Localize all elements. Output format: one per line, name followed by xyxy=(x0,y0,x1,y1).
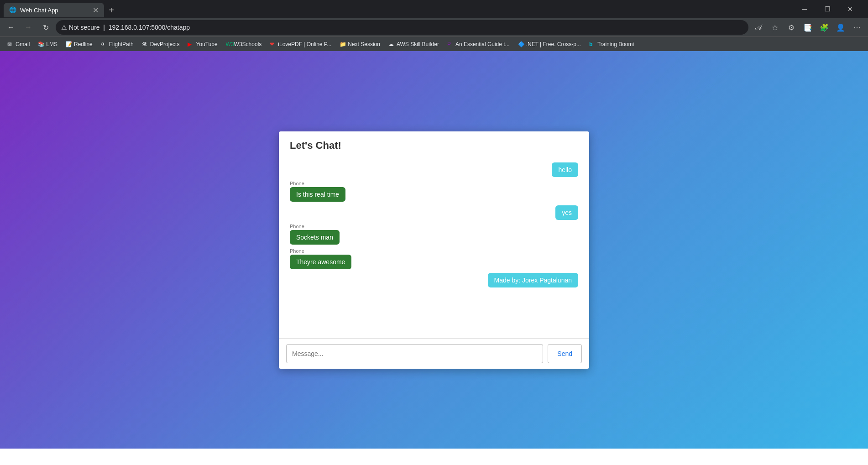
message-input[interactable] xyxy=(286,344,543,363)
message-bubble-theyreawesome: Theyre awesome xyxy=(290,255,351,269)
bookmark-lms[interactable]: 📚 LMS xyxy=(34,39,61,49)
bookmark-aws[interactable]: ☁ AWS Skill Builder xyxy=(385,39,443,49)
message-bubble-madeby: Made by: Jorex Pagtalunan xyxy=(488,273,578,287)
favorites-button[interactable]: ☆ xyxy=(768,20,782,35)
send-button[interactable]: Send xyxy=(548,344,582,363)
forward-button[interactable]: → xyxy=(21,20,36,35)
message-sender-socketsman: Phone xyxy=(290,224,304,229)
bookmark-essentialguide-label: An Essential Guide t... xyxy=(455,41,510,47)
chat-container: Let's Chat! hello Phone Is this real tim… xyxy=(279,131,589,369)
tab-favicon: 🌐 xyxy=(9,6,16,14)
bookmark-gmail[interactable]: ✉ Gmail xyxy=(4,39,33,49)
dotnet-icon: 🔷 xyxy=(518,41,524,47)
message-bubble-isthisrealtime: Is this real time xyxy=(290,187,345,202)
lms-icon: 📚 xyxy=(38,41,44,47)
refresh-button[interactable]: ↻ xyxy=(38,20,53,35)
settings-button[interactable]: ⚙ xyxy=(784,20,799,35)
message-row-isthisrealtime: Phone Is this real time xyxy=(290,181,578,202)
bookmark-redline[interactable]: 📝 Redline xyxy=(62,39,96,49)
bookmark-ilovepdf-label: iLovePDF | Online P... xyxy=(278,41,331,47)
back-button[interactable]: ← xyxy=(4,20,18,35)
message-row-theyreawesome: Phone Theyre awesome xyxy=(290,248,578,269)
devprojects-icon: 🛠 xyxy=(142,41,148,47)
bookmark-dotnet-label: .NET | Free. Cross-p... xyxy=(526,41,581,47)
bookmarks-bar: ✉ Gmail 📚 LMS 📝 Redline ✈ FlightPath 🛠 D… xyxy=(0,37,868,51)
bookmark-nextsession-label: Next Session xyxy=(348,41,380,47)
profile-button[interactable]: 👤 xyxy=(833,20,848,35)
gmail-icon: ✉ xyxy=(7,41,14,47)
ilovepdf-icon: ❤ xyxy=(270,41,276,47)
reading-view-button[interactable]: 𝒜 xyxy=(751,20,766,35)
chat-title: Let's Chat! xyxy=(290,140,341,151)
extensions-button[interactable]: 🧩 xyxy=(817,20,831,35)
chat-messages: hello Phone Is this real time yes Phone … xyxy=(279,157,589,338)
bookmark-flightpath-label: FlightPath xyxy=(109,41,134,47)
message-row-hello: hello xyxy=(290,162,578,177)
bookmark-lms-label: LMS xyxy=(46,41,58,47)
message-sender-theyreawesome: Phone xyxy=(290,248,304,254)
new-tab-button[interactable]: + xyxy=(104,3,119,17)
bookmark-dotnet[interactable]: 🔷 .NET | Free. Cross-p... xyxy=(514,39,585,49)
message-sender-isthisrealtime: Phone xyxy=(290,181,304,186)
bookmark-gmail-label: Gmail xyxy=(16,41,30,47)
bookmark-w3schools[interactable]: W3 W3Schools xyxy=(222,39,266,49)
address-input[interactable] xyxy=(56,20,748,35)
chat-header: Let's Chat! xyxy=(279,131,589,157)
redline-icon: 📝 xyxy=(66,41,72,47)
window-controls: ─ ❐ ✕ xyxy=(794,2,861,16)
page-content: Let's Chat! hello Phone Is this real tim… xyxy=(0,51,868,449)
bookmark-aws-label: AWS Skill Builder xyxy=(397,41,439,47)
message-bubble-hello: hello xyxy=(552,162,578,177)
message-row-yes: yes xyxy=(290,205,578,220)
nextsession-icon: 📁 xyxy=(340,41,346,47)
chat-input-area: Send xyxy=(279,338,589,369)
bookmark-w3schools-label: W3Schools xyxy=(234,41,262,47)
boomi-icon: b xyxy=(589,41,596,47)
bookmark-youtube[interactable]: ▶ YouTube xyxy=(184,39,221,49)
active-tab[interactable]: 🌐 Web Chat App ✕ xyxy=(4,3,104,17)
bookmark-ilovepdf[interactable]: ❤ iLovePDF | Online P... xyxy=(266,39,335,49)
title-bar: 🌐 Web Chat App ✕ + ─ ❐ ✕ xyxy=(0,0,868,18)
browser-chrome: 🌐 Web Chat App ✕ + ─ ❐ ✕ ← → ↻ 𝒜 ☆ ⚙ 📑 🧩… xyxy=(0,0,868,51)
bookmark-devprojects[interactable]: 🛠 DevProjects xyxy=(138,39,183,49)
youtube-icon: ▶ xyxy=(188,41,194,47)
bookmark-nextsession[interactable]: 📁 Next Session xyxy=(336,39,384,49)
message-row-socketsman: Phone Sockets man xyxy=(290,224,578,245)
bookmark-boomi[interactable]: b Training Boomi xyxy=(586,39,638,49)
flightpath-icon: ✈ xyxy=(101,41,107,47)
collections-button[interactable]: 📑 xyxy=(800,20,815,35)
address-bar-row: ← → ↻ 𝒜 ☆ ⚙ 📑 🧩 👤 ⋯ xyxy=(0,18,868,37)
w3schools-icon: W3 xyxy=(226,41,232,47)
message-row-madeby: Made by: Jorex Pagtalunan xyxy=(290,273,578,287)
close-button[interactable]: ✕ xyxy=(840,2,861,16)
bookmark-flightpath[interactable]: ✈ FlightPath xyxy=(97,39,137,49)
minimize-button[interactable]: ─ xyxy=(794,2,815,16)
bookmark-redline-label: Redline xyxy=(74,41,93,47)
toolbar-icons: 𝒜 ☆ ⚙ 📑 🧩 👤 ⋯ xyxy=(751,20,864,35)
tab-title: Web Chat App xyxy=(20,7,89,14)
bookmark-boomi-label: Training Boomi xyxy=(597,41,634,47)
message-bubble-yes: yes xyxy=(555,205,578,220)
message-bubble-socketsman: Sockets man xyxy=(290,230,340,245)
tab-close-button[interactable]: ✕ xyxy=(93,6,99,15)
bookmark-devprojects-label: DevProjects xyxy=(150,41,180,47)
bookmark-essentialguide[interactable]: P An Essential Guide t... xyxy=(444,39,513,49)
bookmark-youtube-label: YouTube xyxy=(196,41,217,47)
more-button[interactable]: ⋯ xyxy=(850,20,864,35)
restore-button[interactable]: ❐ xyxy=(817,2,838,16)
aws-icon: ☁ xyxy=(388,41,395,47)
essentialguide-icon: P xyxy=(447,41,454,47)
